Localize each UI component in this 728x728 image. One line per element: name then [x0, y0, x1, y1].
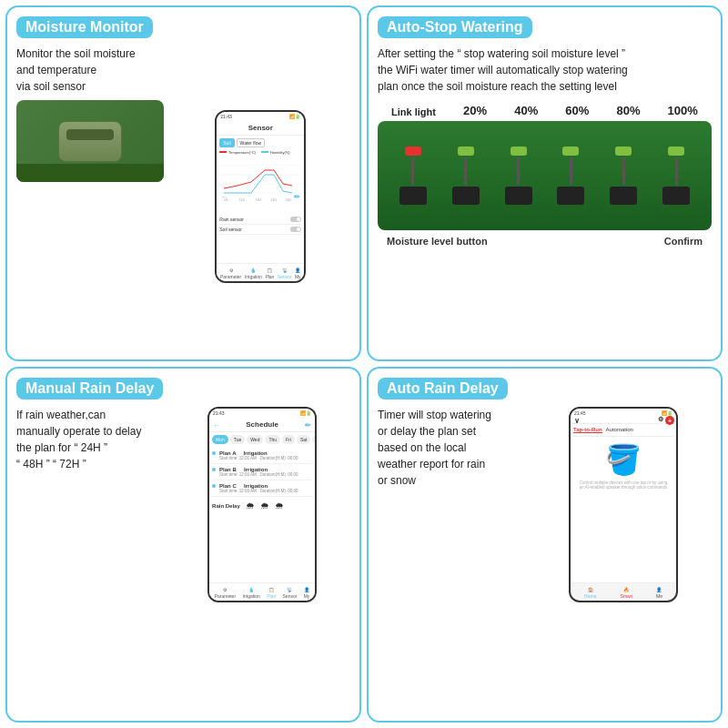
auto-stop-title: Auto-Stop Watering — [378, 16, 532, 38]
level-link: Link light — [391, 106, 436, 117]
tab-soil[interactable]: Soil — [219, 138, 234, 147]
schedule-body: Mon Tue Wed Thu Fri Sat Sun Pla — [209, 432, 315, 582]
svg-text:18/3: 18/3 — [256, 198, 261, 202]
soil-sensor-image — [16, 100, 164, 182]
rain-icon-72[interactable]: 🌧 — [275, 500, 284, 511]
auto-rain-title: Auto Rain Delay — [378, 378, 508, 399]
rain-delay-row: Rain Delay 🌧 🌧 🌧 — [212, 500, 312, 511]
manual-rain-card: Manual Rain Delay If rain weather,can ma… — [5, 367, 361, 723]
add-icon[interactable]: + — [665, 416, 674, 425]
soil-sensor-row: Soil sensor — [219, 225, 301, 235]
plan-a-row: Plan A Irrigation Start time: 12:00 AM D… — [212, 448, 312, 464]
auto-empty-text: Control multiple devices with one tap or… — [573, 480, 673, 490]
tab-tap-to-run[interactable]: Tap-to-Run — [573, 427, 602, 433]
chart-area: 4/3 11/3 18/3 16/3 20/3 — [219, 157, 301, 211]
day-fri[interactable]: Fri — [282, 435, 295, 444]
footer-sensor[interactable]: 📡 Sensor — [278, 268, 292, 279]
tab-automation[interactable]: Automation — [606, 427, 633, 433]
footer-irrigation[interactable]: 💧 Irrigation — [245, 268, 262, 279]
day-tue[interactable]: Tue — [230, 435, 245, 444]
phone-tabs: Soil Water flow — [219, 138, 301, 147]
auto-empty-state: 🪣 Control multiple devices with one tap … — [573, 442, 673, 490]
footer-my[interactable]: 👤 My — [295, 268, 301, 279]
footer-param-s[interactable]: ⚙ Parameter — [215, 587, 236, 599]
auto-rain-phone: 21:45 📶🔋 ∨ ⚙ + Tap-to-R — [569, 407, 678, 602]
manual-rain-title: Manual Rain Delay — [16, 378, 163, 399]
manual-rain-desc: If rain weather,can manually operate to … — [16, 407, 167, 472]
auto-rain-desc: Timer will stop watering or delay the pl… — [378, 407, 528, 489]
day-sun[interactable]: Sun — [312, 435, 315, 444]
phone-header: ← Sensor ✏ — [217, 121, 304, 136]
footer-sensor-s[interactable]: 📡 Sensor — [283, 587, 298, 599]
schedule-status: 21:43 📶🔋 — [209, 409, 315, 418]
footer-my-s[interactable]: 👤 My — [304, 587, 310, 599]
auto-tabs: Tap-to-Run Automation — [573, 427, 673, 437]
auto-rain-card: Auto Rain Delay Timer will stop watering… — [367, 367, 723, 723]
svg-text:16/3: 16/3 — [271, 198, 277, 202]
moisture-sensor-panel — [378, 121, 712, 230]
plan-a-start: Start time: 12:00 AM Duration(H:M): 00:0… — [219, 456, 312, 460]
auto-stop-card: Auto-Stop Watering After setting the “ s… — [367, 5, 723, 361]
footer-profile[interactable]: 👤 Me — [656, 587, 662, 599]
main-grid: Moisture Monitor Monitor the soil moistu… — [0, 0, 728, 728]
moisture-title: Moisture Monitor — [16, 16, 153, 38]
level-40: 40% — [514, 104, 538, 117]
rain-icon-48[interactable]: 🌧 — [260, 500, 269, 511]
svg-text:20/3: 20/3 — [286, 198, 291, 202]
settings-icon[interactable]: ⚙ — [658, 416, 663, 425]
rain-icon-24[interactable]: 🌧 — [246, 500, 255, 511]
sensor-100 — [662, 147, 690, 205]
level-100: 100% — [668, 104, 698, 117]
footer-weather-fire[interactable]: 🔥 Smart — [621, 587, 632, 599]
legend-humidity: Humidity(%) — [261, 150, 290, 155]
rain-delay-label: Rain Delay — [212, 503, 240, 509]
plan-b-row: Plan B Irrigation Start time: 12:00 AM D… — [212, 464, 312, 480]
sensor-20 — [452, 147, 480, 205]
day-sat[interactable]: Sat — [297, 435, 311, 444]
chart-svg: 4/3 11/3 18/3 16/3 20/3 — [219, 157, 301, 202]
schedule-time: 21:43 — [213, 410, 225, 416]
footer-plan[interactable]: 📋 Plan — [265, 268, 274, 279]
footer-parameter[interactable]: ⚙ Parameter — [220, 268, 241, 279]
sensor-40 — [505, 147, 532, 205]
day-wed[interactable]: Wed — [247, 435, 263, 444]
phone-signal: 📶🔋 — [289, 114, 300, 119]
phone-title: Sensor — [248, 124, 273, 132]
auto-header-icons: ⚙ + — [658, 416, 674, 425]
rain-sensor-toggle[interactable] — [290, 217, 301, 222]
level-60: 60% — [565, 104, 589, 117]
back-icon-schedule[interactable]: ← — [213, 420, 220, 429]
plan-c-start: Start time: 12:00 AM Duration(H:M): 00:0… — [219, 489, 312, 493]
auto-header: ∨ ⚙ + — [571, 418, 676, 424]
moisture-bottom-labels: Moisture level button Confirm — [378, 236, 712, 247]
soil-sensor-toggle[interactable] — [290, 227, 301, 232]
footer-home[interactable]: 🏠 Home — [584, 587, 596, 599]
watering-can-icon: 🪣 — [605, 442, 642, 477]
moisture-level-label: Moisture level button — [387, 236, 488, 247]
footer-irr-s[interactable]: 💧 Irrigation — [242, 587, 259, 599]
phone-status-bar: 21:43 📶🔋 — [217, 112, 304, 121]
schedule-phone: 21:43 📶🔋 ← Schedule ✏ Mon Tue Wed Thu — [207, 407, 317, 602]
level-20: 20% — [463, 104, 487, 117]
plan-c-row: Plan C Irrigation Start time: 12:00 AM D… — [212, 480, 312, 497]
back-icon-auto[interactable]: ∨ — [574, 417, 580, 425]
schedule-title: Schedule — [246, 420, 278, 429]
day-mon[interactable]: Mon — [212, 435, 228, 444]
tab-waterflow[interactable]: Water flow — [237, 138, 265, 147]
moisture-desc: Monitor the soil moistureand temperature… — [16, 46, 164, 95]
svg-text:11/3: 11/3 — [239, 198, 245, 202]
auto-stop-desc: After setting the “ stop watering soil m… — [378, 46, 712, 95]
footer-plan-s[interactable]: 📋 Plan — [267, 587, 276, 599]
schedule-header: ← Schedule ✏ — [209, 418, 315, 432]
plan-b-start: Start time: 12:00 AM Duration(H:M): 00:0… — [219, 472, 312, 477]
auto-footer: 🏠 Home 🔥 Smart 👤 Me — [571, 582, 676, 601]
phone-time: 21:43 — [220, 114, 232, 119]
chart-legend: Temperature(°C) Humidity(%) — [219, 150, 301, 155]
day-thu[interactable]: Thu — [265, 435, 280, 444]
schedule-edit-icon[interactable]: ✏ — [305, 420, 311, 429]
auto-body: Tap-to-Run Automation 🪣 Control multiple… — [571, 424, 676, 582]
phone-body: Soil Water flow Temperature(°C) Humidity… — [217, 136, 304, 263]
day-pills-row: Mon Tue Wed Thu Fri Sat Sun — [212, 435, 312, 444]
level-80: 80% — [616, 104, 640, 117]
sensor-device — [58, 121, 122, 162]
